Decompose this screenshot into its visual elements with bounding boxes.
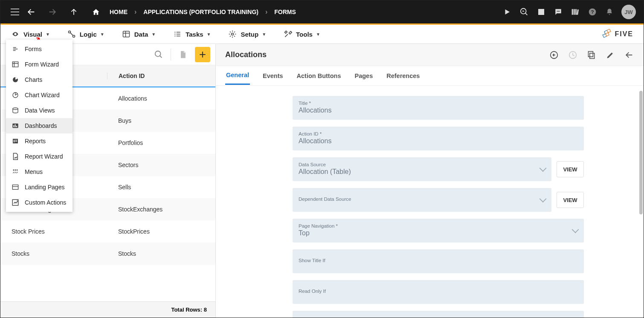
tasks-icon: [173, 29, 182, 39]
dropdown-item-label: Report Wizard: [25, 153, 63, 160]
hamburger-icon[interactable]: [8, 5, 22, 19]
dropdown-item-label: Data Views: [25, 107, 55, 114]
add-button[interactable]: [195, 47, 210, 62]
svg-point-4: [559, 11, 560, 12]
search-icon[interactable]: [151, 47, 166, 62]
chevron-right-icon: ›: [265, 8, 267, 16]
breadcrumb: HOME › APPLICATIONS (PORTFOLIO TRAINING)…: [89, 5, 296, 19]
dropdown-item-reports[interactable]: Reports: [6, 133, 73, 149]
home-icon[interactable]: [89, 5, 103, 19]
dropdown-item-data-views[interactable]: Data Views: [6, 103, 73, 118]
svg-rect-6: [574, 9, 575, 14]
cell-actionid: StockExchanges: [107, 206, 215, 213]
allowcopy-field[interactable]: Allow Copy If: [293, 311, 584, 318]
tab-references[interactable]: References: [386, 67, 421, 84]
dropdown-item-icon: [11, 183, 20, 191]
brand-logo: FIVE: [602, 29, 633, 39]
svg-point-29: [17, 169, 18, 171]
dropdown-item-dashboards[interactable]: Dashboards: [6, 118, 73, 133]
revert-icon[interactable]: [549, 50, 559, 60]
scrollbar[interactable]: [639, 91, 643, 214]
cell-actionid: Stocks: [107, 250, 215, 257]
table-row[interactable]: Stock PricesStockPrices: [0, 220, 215, 243]
cell-title: Stocks: [0, 250, 107, 257]
detail-panel: Allocations GeneralEventsAction ButtonsP…: [216, 44, 644, 318]
dropdown-item-label: Chart Wizard: [25, 92, 60, 98]
up-arrow-icon[interactable]: [67, 5, 81, 19]
play-icon[interactable]: [502, 7, 512, 17]
dropdown-item-label: Custom Actions: [25, 199, 66, 206]
dropdown-item-label: Reports: [25, 138, 46, 145]
back-arrow-icon[interactable]: [24, 5, 38, 19]
edit-icon[interactable]: [605, 50, 615, 60]
stop-icon[interactable]: [536, 7, 546, 17]
dropdown-item-chart-wizard[interactable]: Chart Wizard: [6, 87, 73, 103]
tools-menu[interactable]: Tools ▼: [283, 29, 320, 39]
svg-point-18: [13, 108, 18, 110]
dropdown-item-charts[interactable]: Charts: [6, 72, 73, 87]
dropdown-item-forms[interactable]: Forms: [6, 41, 73, 57]
eye-icon: [11, 29, 20, 39]
document-icon[interactable]: [175, 47, 191, 62]
title-field[interactable]: Title *Allocations: [293, 96, 584, 120]
dropdown-item-icon: [11, 121, 20, 130]
chat-icon[interactable]: [553, 7, 563, 17]
visual-menu[interactable]: Visual ▼: [11, 29, 50, 39]
pagenav-field[interactable]: Page Navigation *Top: [293, 219, 584, 243]
svg-rect-1: [538, 9, 544, 15]
cell-actionid: StockPrices: [107, 228, 215, 235]
cell-title: Stock Prices: [0, 228, 107, 235]
dropdown-item-custom-actions[interactable]: Custom Actions: [6, 195, 73, 210]
tab-pages[interactable]: Pages: [354, 67, 374, 84]
view-datasource-button[interactable]: VIEW: [557, 161, 584, 177]
data-label: Data: [134, 31, 148, 38]
dropdown-item-menus[interactable]: Menus: [6, 164, 73, 179]
avatar[interactable]: JW: [621, 5, 636, 19]
tasks-menu[interactable]: Tasks ▼: [173, 29, 211, 39]
dropdown-item-icon: [11, 60, 20, 69]
logic-menu[interactable]: Logic ▼: [67, 29, 104, 39]
showtitle-field[interactable]: Show Title If: [293, 249, 584, 273]
cell-actionid: Sectors: [107, 162, 215, 168]
dropdown-item-form-wizard[interactable]: Form Wizard: [6, 57, 73, 72]
dropdown-item-report-wizard[interactable]: Report Wizard: [6, 149, 73, 164]
home-crumb[interactable]: HOME: [110, 9, 128, 15]
setup-menu[interactable]: Setup ▼: [228, 29, 266, 39]
tab-action-buttons[interactable]: Action Buttons: [296, 67, 342, 84]
view-depdatasource-button[interactable]: VIEW: [557, 192, 584, 208]
visual-dropdown: FormsForm WizardChartsChart WizardData V…: [6, 40, 73, 212]
actionid-field[interactable]: Action ID *Allocations: [293, 127, 584, 150]
svg-rect-5: [572, 9, 573, 14]
svg-rect-35: [590, 53, 595, 58]
depdatasource-field[interactable]: Dependent Data Source: [293, 188, 551, 212]
chevron-right-icon: ›: [134, 8, 136, 16]
tab-events[interactable]: Events: [262, 67, 284, 84]
dropdown-item-icon: [11, 152, 20, 161]
svg-rect-21: [15, 124, 16, 127]
readonly-field[interactable]: Read Only If: [293, 280, 584, 304]
visual-label: Visual: [23, 31, 42, 38]
data-menu[interactable]: Data ▼: [122, 29, 156, 39]
bell-icon[interactable]: [604, 7, 615, 17]
library-icon[interactable]: [570, 7, 580, 17]
dropdown-item-icon: [11, 106, 20, 115]
svg-point-14: [232, 33, 234, 35]
datasource-field[interactable]: Data SourceAllocation (Table): [293, 157, 551, 181]
back-icon[interactable]: [624, 50, 634, 60]
run-search-icon[interactable]: [519, 7, 529, 17]
apps-crumb[interactable]: APPLICATIONS (PORTFOLIO TRAINING): [143, 9, 258, 15]
svg-rect-7: [575, 9, 577, 14]
forms-crumb[interactable]: FORMS: [274, 9, 296, 15]
tab-general[interactable]: General: [225, 66, 250, 85]
svg-rect-22: [16, 126, 17, 127]
dropdown-item-icon: [11, 198, 20, 207]
logic-icon: [67, 29, 76, 39]
svg-point-32: [155, 51, 161, 56]
chevron-down-icon: ▼: [207, 32, 211, 37]
table-row[interactable]: StocksStocks: [0, 243, 215, 265]
help-icon[interactable]: ?: [587, 7, 598, 17]
svg-rect-25: [15, 140, 17, 140]
dropdown-item-landing-pages[interactable]: Landing Pages: [6, 179, 73, 195]
copy-icon[interactable]: [586, 50, 597, 60]
column-header-actionid[interactable]: Action ID: [107, 72, 215, 79]
